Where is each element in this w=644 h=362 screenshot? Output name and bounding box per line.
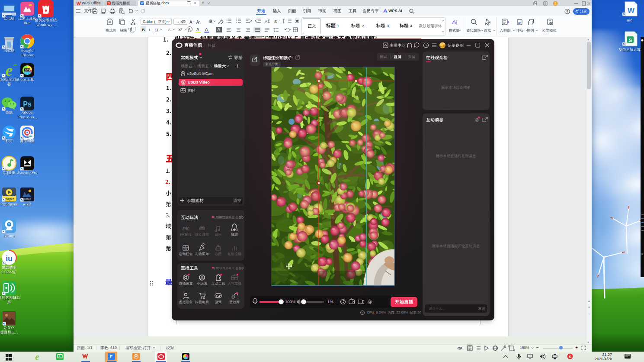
svg-text:D: D: [108, 2, 110, 5]
svg-text:iu: iu: [6, 254, 13, 263]
svg-text:A: A: [196, 27, 199, 32]
svg-text:S: S: [274, 19, 277, 24]
svg-text:W: W: [628, 6, 635, 15]
svg-text:S: S: [629, 38, 632, 43]
svg-text:W: W: [141, 2, 144, 5]
svg-text:OBS: OBS: [25, 69, 30, 71]
svg-text:e: e: [6, 61, 13, 79]
svg-text:AIZB-3: AIZB-3: [23, 198, 31, 200]
svg-text:A: A: [218, 27, 221, 32]
svg-text:A: A: [265, 19, 268, 24]
svg-text:Ps: Ps: [23, 100, 32, 108]
svg-text:Player: Player: [4, 197, 14, 201]
svg-text:e: e: [45, 8, 47, 13]
svg-text:A: A: [205, 27, 208, 32]
